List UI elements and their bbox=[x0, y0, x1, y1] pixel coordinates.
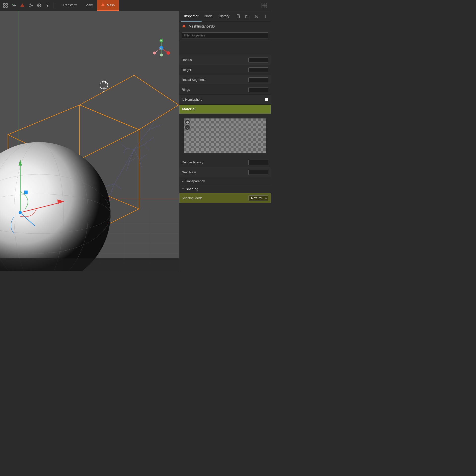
svg-line-57 bbox=[144, 145, 149, 149]
inspector-panel: Inspector Node History bbox=[179, 11, 271, 271]
svg-line-16 bbox=[32, 6, 32, 7]
shading-mode-select[interactable]: Max Roughness Unshaded Per Pixel bbox=[248, 195, 268, 201]
save-btn[interactable] bbox=[253, 13, 260, 20]
svg-point-75 bbox=[0, 142, 88, 271]
toolbar-icon-grid[interactable] bbox=[2, 2, 9, 9]
material-header-label: Material bbox=[182, 107, 195, 111]
tab-transform[interactable]: Transform bbox=[59, 0, 81, 11]
svg-rect-84 bbox=[24, 191, 28, 194]
svg-line-82 bbox=[20, 212, 35, 226]
toolbar-icon-more[interactable]: ⋮ bbox=[44, 2, 51, 9]
props-spacer bbox=[179, 40, 271, 55]
svg-rect-1 bbox=[6, 3, 7, 5]
shading-header[interactable]: ▼ Shading bbox=[179, 185, 271, 193]
rings-value[interactable] bbox=[248, 87, 268, 92]
svg-point-98 bbox=[153, 52, 156, 55]
more-options-btn[interactable]: ⋮ bbox=[262, 13, 269, 20]
transparency-label: Transparency bbox=[185, 179, 205, 183]
svg-line-17 bbox=[32, 4, 32, 4]
svg-line-63 bbox=[127, 162, 129, 171]
svg-point-10 bbox=[30, 4, 32, 6]
material-preview-icons: ⬤ ⬡ bbox=[185, 119, 190, 130]
prop-row-radius: Radius bbox=[179, 55, 271, 65]
svg-point-93 bbox=[166, 51, 170, 55]
inspector-tab-label: Inspector bbox=[184, 14, 199, 18]
svg-line-51 bbox=[134, 75, 179, 105]
prop-row-render-priority: Render Priority bbox=[179, 157, 271, 167]
material-preview-container: ⬤ ⬡ bbox=[179, 114, 271, 157]
svg-point-95 bbox=[159, 46, 163, 50]
toolbar-icon-link[interactable] bbox=[10, 2, 17, 9]
svg-point-72 bbox=[0, 142, 111, 271]
orient-widget[interactable] bbox=[260, 1, 268, 9]
is-hemisphere-checkbox[interactable] bbox=[265, 98, 268, 101]
svg-rect-77 bbox=[0, 258, 179, 271]
height-value[interactable] bbox=[248, 67, 268, 72]
separator-1 bbox=[54, 2, 54, 8]
svg-line-62 bbox=[129, 158, 135, 162]
material-section-header: Material bbox=[179, 105, 271, 114]
svg-text:Y: Y bbox=[160, 40, 162, 42]
filter-bar bbox=[179, 31, 271, 40]
svg-line-69 bbox=[104, 184, 114, 187]
svg-line-68 bbox=[107, 184, 114, 204]
svg-text:Z: Z bbox=[160, 47, 162, 50]
inspector-tab-history[interactable]: History bbox=[216, 11, 233, 22]
toolbar-left: ⋮ bbox=[0, 2, 57, 9]
top-toolbar: ⋮ Transform View Mesh bbox=[0, 0, 271, 11]
toolbar-icon-mesh[interactable] bbox=[19, 2, 26, 9]
svg-line-50 bbox=[139, 105, 179, 130]
svg-point-90 bbox=[159, 39, 163, 42]
svg-marker-47 bbox=[8, 184, 139, 244]
svg-line-53 bbox=[149, 115, 159, 130]
main-area: Y Z Inspector bbox=[0, 11, 271, 271]
filter-input[interactable] bbox=[182, 32, 268, 38]
inspector-tab-inspector[interactable]: Inspector bbox=[181, 11, 202, 22]
svg-marker-22 bbox=[101, 3, 104, 6]
open-btn[interactable] bbox=[244, 13, 251, 20]
svg-rect-28 bbox=[0, 11, 179, 271]
shading-mode-row: Shading Mode Max Roughness Unshaded Per … bbox=[179, 193, 271, 203]
svg-line-18 bbox=[29, 6, 30, 7]
inspector-tab-node[interactable]: Node bbox=[202, 11, 216, 22]
node-type-row: MeshInstance3D bbox=[179, 22, 271, 31]
toolbar-icon-globe[interactable] bbox=[36, 2, 43, 9]
render-priority-value[interactable] bbox=[248, 160, 268, 165]
tab-view[interactable]: View bbox=[82, 0, 97, 11]
viewport[interactable]: Y Z bbox=[0, 11, 179, 271]
is-hemisphere-label: Is Hemisphere bbox=[182, 98, 265, 101]
tab-mesh[interactable]: Mesh bbox=[97, 0, 119, 11]
mat-icon-hex: ⬡ bbox=[185, 125, 190, 130]
svg-rect-3 bbox=[6, 6, 7, 7]
toolbar-tabs: Transform View Mesh bbox=[59, 0, 119, 11]
svg-line-97 bbox=[154, 48, 161, 53]
svg-point-71 bbox=[0, 142, 111, 271]
svg-line-52 bbox=[134, 130, 149, 149]
shading-mode-label: Shading Mode bbox=[182, 196, 248, 200]
svg-line-59 bbox=[139, 154, 147, 159]
toolbar-icon-sun[interactable] bbox=[27, 2, 34, 9]
node-type-name: MeshInstance3D bbox=[189, 24, 215, 28]
svg-line-65 bbox=[122, 145, 127, 148]
material-preview[interactable]: ⬤ ⬡ bbox=[184, 118, 266, 153]
transparency-header[interactable]: ▶ Transparency bbox=[179, 177, 271, 185]
new-scene-btn[interactable] bbox=[235, 13, 242, 20]
tab-view-label: View bbox=[86, 3, 93, 7]
radius-value[interactable] bbox=[248, 58, 268, 62]
svg-marker-9 bbox=[21, 4, 24, 7]
prop-row-is-hemisphere: Is Hemisphere bbox=[179, 95, 271, 105]
transparency-arrow: ▶ bbox=[182, 180, 184, 182]
next-pass-value[interactable] bbox=[248, 170, 268, 175]
history-tab-label: History bbox=[219, 14, 230, 18]
svg-line-55 bbox=[134, 145, 144, 149]
prop-row-next-pass: Next Pass bbox=[179, 167, 271, 177]
svg-point-85 bbox=[100, 81, 108, 89]
svg-line-92 bbox=[161, 48, 168, 53]
prop-row-height: Height bbox=[179, 65, 271, 75]
svg-rect-0 bbox=[3, 3, 5, 5]
svg-marker-42 bbox=[8, 105, 139, 164]
prop-row-radial-segments: Radial Segments bbox=[179, 75, 271, 85]
rings-label: Rings bbox=[182, 88, 248, 91]
radial-segments-value[interactable] bbox=[248, 77, 268, 82]
radius-label: Radius bbox=[182, 58, 248, 62]
